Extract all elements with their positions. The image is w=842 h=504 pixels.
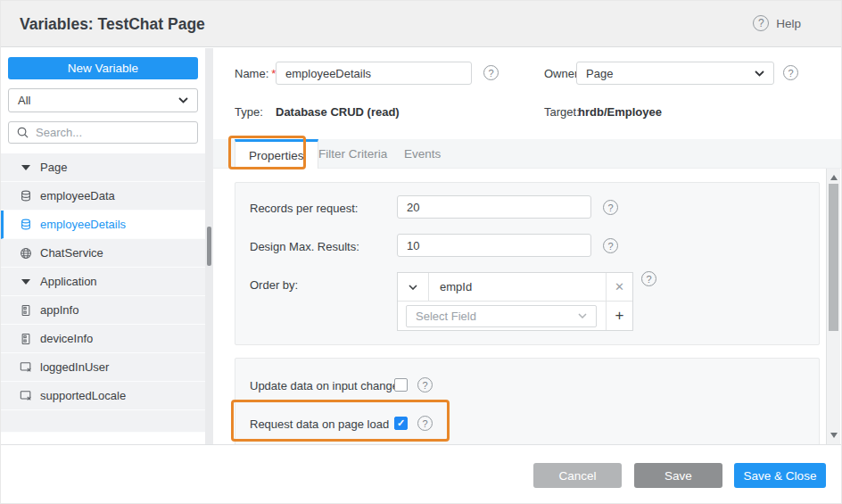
type-label: Type: [235,105,263,119]
tree-item-label: employeeDetails [40,218,126,231]
panel-scrollbar[interactable] [205,48,213,444]
update-on-input-checkbox[interactable]: ✓ [394,378,408,392]
owner-help-icon[interactable]: ? [783,65,798,80]
request-on-load-help-icon[interactable]: ? [417,416,433,431]
plus-icon: + [615,307,624,325]
chevron-down-icon [755,70,764,77]
search-input[interactable] [36,126,193,139]
tab-events[interactable]: Events [391,139,454,169]
dialog-header: Variables: TestChat Page ? Help [1,1,842,47]
tree-item-page[interactable]: Page [1,153,205,182]
owner-select[interactable]: Page [576,62,774,85]
help-label: Help [776,17,801,30]
dialog-footer: Cancel Save Save & Close [1,444,842,504]
tree-item-appinfo[interactable]: appInfo [1,296,205,325]
name-label: Name:* [235,67,276,80]
collapse-triangle-icon[interactable] [19,165,32,170]
order-by-add-row: Select Field + [398,302,632,330]
request-on-load-checkbox[interactable]: ✓ [394,417,408,430]
variable-tree: Page employeeData employeeDetails ChatSe… [1,153,205,433]
close-icon: ✕ [615,280,624,293]
tree-item-loggedinuser[interactable]: loggedInUser [1,353,205,382]
order-by-add-button[interactable]: + [606,302,632,330]
tree-item-label: supportedLocale [40,389,126,402]
order-by-value: empId [429,273,606,301]
tree-item-chatservice[interactable]: ChatService [1,239,205,268]
design-max-results-input[interactable] [397,234,591,257]
tab-bar: Properties Filter Criteria Events [213,139,842,169]
scroll-up-button[interactable] [830,175,838,180]
target-value: hrdb/Employee [578,105,662,119]
search-icon [17,127,29,138]
help-icon: ? [753,15,769,31]
select-field-placeholder: Select Field [416,310,476,323]
name-help-icon[interactable]: ? [483,65,499,80]
save-close-button[interactable]: Save & Close [734,463,826,488]
records-per-request-input[interactable] [397,195,591,219]
order-by-widget: empId ✕ Select Field + [397,272,633,331]
update-on-input-label: Update data on input change [250,379,399,392]
request-settings-section: Records per request: ? Design Max. Resul… [235,182,820,345]
object-icon [19,304,32,317]
variable-icon [19,390,32,401]
chevron-down-icon [578,313,587,318]
variable-icon [19,361,32,373]
check-icon: ✓ [397,418,405,428]
data-load-section: Update data on input change ✓ ? Request … [235,358,820,444]
page-title: Variables: TestChat Page [20,15,205,34]
scroll-down-button[interactable] [830,433,838,438]
filter-value: All [18,94,30,107]
tree-item-supportedlocale[interactable]: supportedLocale [1,382,205,410]
request-on-load-label: Request data on page load [250,417,389,431]
tree-item-label: Application [40,275,97,288]
update-on-input-help-icon[interactable]: ? [417,377,433,392]
tree-item-label: ChatService [40,246,103,260]
cancel-button[interactable]: Cancel [533,463,622,488]
order-by-field-select[interactable]: Select Field [406,305,597,327]
type-value: Database CRUD (read) [276,105,400,119]
globe-icon [19,247,32,260]
chevron-down-icon [409,285,417,289]
tree-item-deviceinfo[interactable]: deviceInfo [1,325,205,353]
name-input[interactable] [276,62,472,85]
database-icon [19,189,32,202]
database-icon [19,218,32,231]
tree-empty-row [1,410,205,433]
content-scrollbar[interactable] [826,169,840,444]
records-per-request-label: Records per request: [250,202,358,215]
search-box [8,121,198,144]
tree-item-label: deviceInfo [40,332,93,345]
tree-item-label: appInfo [40,303,78,317]
order-by-row: empId ✕ [398,273,632,302]
help-button[interactable]: ? Help [753,15,801,31]
new-variable-button[interactable]: New Variable [8,57,198,79]
design-max-results-label: Design Max. Results: [250,240,359,253]
variable-filter-select[interactable]: All [8,88,198,112]
owner-value: Page [586,67,613,80]
order-by-remove-button[interactable]: ✕ [606,273,632,301]
tree-item-employeedata[interactable]: employeeData [1,182,205,211]
collapse-triangle-icon[interactable] [19,279,32,285]
order-by-help-icon[interactable]: ? [641,271,656,286]
tab-content: Records per request: ? Design Max. Resul… [213,169,826,444]
order-by-label: Order by: [250,278,298,292]
tree-item-application[interactable]: Application [1,268,205,296]
tree-item-employeedetails[interactable]: employeeDetails [1,211,205,239]
object-icon [19,333,32,345]
tab-filter-criteria[interactable]: Filter Criteria [305,139,400,169]
sidebar: New Variable All Page employeeData [1,48,205,444]
target-label: Target: [544,105,580,119]
panel-scrollbar-thumb[interactable] [207,227,211,266]
variables-dialog: Variables: TestChat Page ? Help New Vari… [0,0,842,504]
content-scrollbar-thumb[interactable] [829,184,838,331]
records-help-icon[interactable]: ? [603,200,618,215]
main-panel: Name:* ? Owner:* Page ? Type: Database C… [213,48,842,444]
tree-item-label: employeeData [40,189,115,202]
design-help-icon[interactable]: ? [603,238,618,253]
chevron-down-icon [178,97,188,103]
order-by-expand-button[interactable] [398,273,429,301]
tree-item-label: loggedInUser [40,360,109,374]
tree-item-label: Page [40,161,67,174]
save-button[interactable]: Save [634,463,722,488]
